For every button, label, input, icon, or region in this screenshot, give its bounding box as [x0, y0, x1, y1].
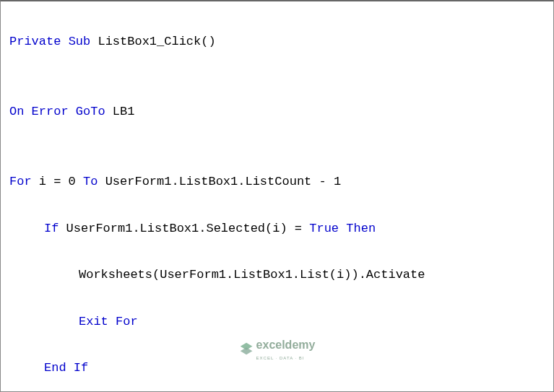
- code-line: Private Sub ListBox1_Click(): [9, 30, 545, 53]
- keyword-then: Then: [346, 222, 376, 235]
- keyword-for: For: [9, 175, 32, 188]
- keyword-for: For: [108, 315, 138, 328]
- for-expr: UserForm1.ListBox1.ListCount - 1: [98, 175, 341, 188]
- keyword-goto: GoTo: [76, 105, 105, 118]
- proc-name: ListBox1_Click(): [90, 35, 215, 48]
- keyword-exit: Exit: [79, 315, 108, 328]
- code-line: End If: [9, 357, 545, 380]
- keyword-error: Error: [32, 105, 69, 118]
- keyword-true: True: [309, 222, 339, 235]
- keyword-on: On: [9, 105, 24, 118]
- goto-label: LB1: [105, 105, 135, 118]
- keyword-private: Private: [9, 35, 61, 48]
- code-line: If UserForm1.ListBox1.Selected(i) = True…: [9, 217, 545, 240]
- stmt-activate: Worksheets(UserForm1.ListBox1.List(i)).A…: [79, 268, 425, 282]
- keyword-to: To: [83, 175, 98, 188]
- code-line: Exit For: [9, 310, 545, 334]
- vba-code-editor[interactable]: Private Sub ListBox1_Click() On Error Go…: [9, 7, 545, 392]
- for-var: i = 0: [32, 175, 83, 188]
- keyword-if: If: [44, 222, 59, 235]
- code-line: On Error GoTo LB1: [9, 100, 545, 123]
- keyword-if: If: [66, 361, 89, 375]
- keyword-sub: Sub: [69, 35, 91, 48]
- keyword-end: End: [44, 361, 66, 375]
- code-line: Worksheets(UserForm1.ListBox1.List(i)).A…: [9, 263, 545, 287]
- if-expr: UserForm1.ListBox1.Selected(i) =: [59, 222, 309, 235]
- code-line: For i = 0 To UserForm1.ListBox1.ListCoun…: [9, 170, 545, 193]
